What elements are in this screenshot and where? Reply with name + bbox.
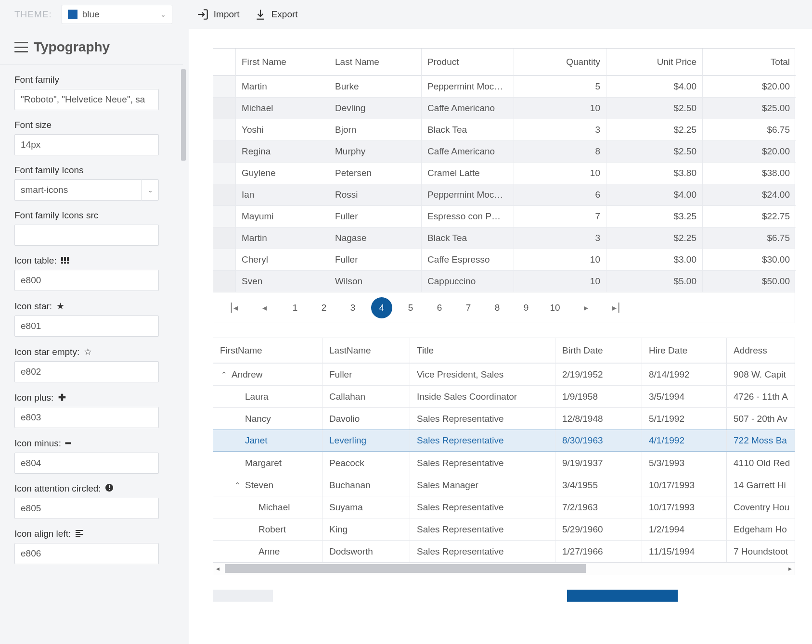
tree-row[interactable]: RobertKingSales Representative5/29/19601… xyxy=(213,518,795,540)
page-9[interactable]: 9 xyxy=(516,297,537,318)
scrollbar-thumb[interactable] xyxy=(181,69,186,161)
input-font-family-icons[interactable] xyxy=(14,179,142,201)
tree-row[interactable]: MichaelSuyamaSales Representative7/2/196… xyxy=(213,496,795,518)
hscrollbar-thumb[interactable] xyxy=(225,564,586,573)
page-5[interactable]: 5 xyxy=(400,297,421,318)
input-icon-attention[interactable] xyxy=(14,498,159,519)
chevron-up-icon[interactable]: ⌃ xyxy=(233,481,241,490)
scroll-left-icon[interactable]: ◂ xyxy=(216,565,219,572)
svg-rect-1 xyxy=(64,257,66,259)
page-8[interactable]: 8 xyxy=(487,297,508,318)
row-header[interactable] xyxy=(213,162,235,184)
employees-tree-grid: FirstName LastName Title Birth Date Hire… xyxy=(213,338,795,575)
page-3[interactable]: 3 xyxy=(342,297,363,318)
col-quantity[interactable]: Quantity xyxy=(514,49,606,76)
tcell-last: Davolio xyxy=(322,408,410,429)
table-row[interactable]: IanRossiPeppermint Moc…6$4.00$24.00 xyxy=(213,184,795,205)
page-4[interactable]: 4 xyxy=(371,297,392,318)
page-1[interactable]: 1 xyxy=(284,297,306,318)
page-10[interactable]: 10 xyxy=(544,297,566,318)
input-icon-table[interactable] xyxy=(14,270,159,291)
input-icon-align-left[interactable] xyxy=(14,543,159,564)
theme-label: THEME: xyxy=(14,9,52,20)
tree-row[interactable]: AnneDodsworthSales Representative1/27/19… xyxy=(213,540,795,562)
cell-first: Martin xyxy=(235,227,329,249)
table-row[interactable]: MartinNagaseBlack Tea3$2.25$6.75 xyxy=(213,227,795,249)
peek-primary xyxy=(567,590,678,602)
tcol-title[interactable]: Title xyxy=(410,338,555,363)
theme-select[interactable]: blue ⌄ xyxy=(62,5,172,24)
row-header[interactable] xyxy=(213,249,235,270)
tree-hscrollbar[interactable]: ◂ ▸ xyxy=(213,562,795,575)
table-row[interactable]: GuylenePetersenCramel Latte10$3.80$38.00 xyxy=(213,162,795,184)
table-row[interactable]: YoshiBjornBlack Tea3$2.25$6.75 xyxy=(213,119,795,140)
pager-first[interactable]: ⎮◂ xyxy=(223,297,244,318)
tcell-birth: 2/19/1952 xyxy=(555,364,642,385)
pager-next[interactable]: ▸ xyxy=(575,297,596,318)
tcell-last: Buchanan xyxy=(322,474,410,496)
tcell-birth: 7/2/1963 xyxy=(555,496,642,518)
menu-icon[interactable] xyxy=(14,42,28,52)
tcol-lastname[interactable]: LastName xyxy=(322,338,410,363)
table-row[interactable]: MayumiFullerEspresso con P…7$3.25$22.75 xyxy=(213,205,795,227)
pager-prev[interactable]: ◂ xyxy=(254,297,275,318)
tcell-hire: 11/15/1994 xyxy=(642,541,726,562)
tree-row[interactable]: NancyDavolioSales Representative12/8/194… xyxy=(213,407,795,429)
cell-qty: 10 xyxy=(514,97,606,119)
row-header[interactable] xyxy=(213,205,235,227)
input-icon-star-empty[interactable] xyxy=(14,361,159,382)
tcell-last: Callahan xyxy=(322,386,410,407)
tree-row[interactable]: ⌃AndrewFullerVice President, Sales2/19/1… xyxy=(213,363,795,385)
cell-total: $6.75 xyxy=(702,119,796,140)
row-header[interactable] xyxy=(213,119,235,140)
page-2[interactable]: 2 xyxy=(313,297,335,318)
cell-qty: 10 xyxy=(514,270,606,292)
tree-row[interactable]: MargaretPeacockSales Representative9/19/… xyxy=(213,452,795,474)
tree-row[interactable]: LauraCallahanInside Sales Coordinator1/9… xyxy=(213,385,795,407)
row-header[interactable] xyxy=(213,227,235,249)
tcol-firstname[interactable]: FirstName xyxy=(213,338,322,363)
row-header[interactable] xyxy=(213,97,235,119)
row-header[interactable] xyxy=(213,184,235,205)
col-unit-price[interactable]: Unit Price xyxy=(606,49,702,76)
tree-row[interactable]: JanetLeverlingSales Representative8/30/1… xyxy=(213,429,795,452)
tcell-addr: 4726 - 11th A xyxy=(726,386,796,407)
col-first-name[interactable]: First Name xyxy=(235,49,329,76)
input-icon-minus[interactable] xyxy=(14,453,159,474)
dropdown-button[interactable]: ⌄ xyxy=(142,179,159,201)
import-label: Import xyxy=(214,9,240,20)
import-button[interactable]: Import xyxy=(196,8,240,21)
table-row[interactable]: CherylFullerCaffe Espresso10$3.00$30.00 xyxy=(213,249,795,270)
col-last-name[interactable]: Last Name xyxy=(329,49,421,76)
row-header[interactable] xyxy=(213,76,235,97)
row-header[interactable] xyxy=(213,140,235,162)
table-row[interactable]: SvenWilsonCappuccino10$5.00$50.00 xyxy=(213,270,795,292)
input-font-size[interactable] xyxy=(14,134,159,155)
input-font-family[interactable] xyxy=(14,89,159,110)
tree-row[interactable]: ⌃StevenBuchananSales Manager3/4/195510/1… xyxy=(213,474,795,496)
col-total[interactable]: Total xyxy=(702,49,796,76)
pager-last[interactable]: ▸⎮ xyxy=(606,297,627,318)
row-header[interactable] xyxy=(213,270,235,292)
align-left-icon xyxy=(76,529,83,539)
export-button[interactable]: Export xyxy=(254,8,298,21)
page-7[interactable]: 7 xyxy=(458,297,479,318)
sidebar-scrollbar[interactable] xyxy=(180,69,187,627)
page-6[interactable]: 6 xyxy=(429,297,450,318)
cell-product: Peppermint Moc… xyxy=(421,184,514,205)
cell-first: Regina xyxy=(235,140,329,162)
scroll-right-icon[interactable]: ▸ xyxy=(788,565,792,572)
table-row[interactable]: MartinBurkePeppermint Moc…5$4.00$20.00 xyxy=(213,76,795,97)
input-icon-star[interactable] xyxy=(14,316,159,337)
table-row[interactable]: ReginaMurphyCaffe Americano8$2.50$20.00 xyxy=(213,140,795,162)
tcol-address[interactable]: Address xyxy=(726,338,796,363)
input-icon-plus[interactable] xyxy=(14,407,159,428)
col-product[interactable]: Product xyxy=(421,49,514,76)
tcol-hire[interactable]: Hire Date xyxy=(642,338,726,363)
tcol-birth[interactable]: Birth Date xyxy=(555,338,642,363)
chevron-up-icon[interactable]: ⌃ xyxy=(220,370,228,379)
table-row[interactable]: MichaelDevlingCaffe Americano10$2.50$25.… xyxy=(213,97,795,119)
input-font-family-icons-src[interactable] xyxy=(14,225,159,246)
tcell-addr: 4110 Old Red xyxy=(726,452,796,474)
cell-price: $2.50 xyxy=(606,97,702,119)
